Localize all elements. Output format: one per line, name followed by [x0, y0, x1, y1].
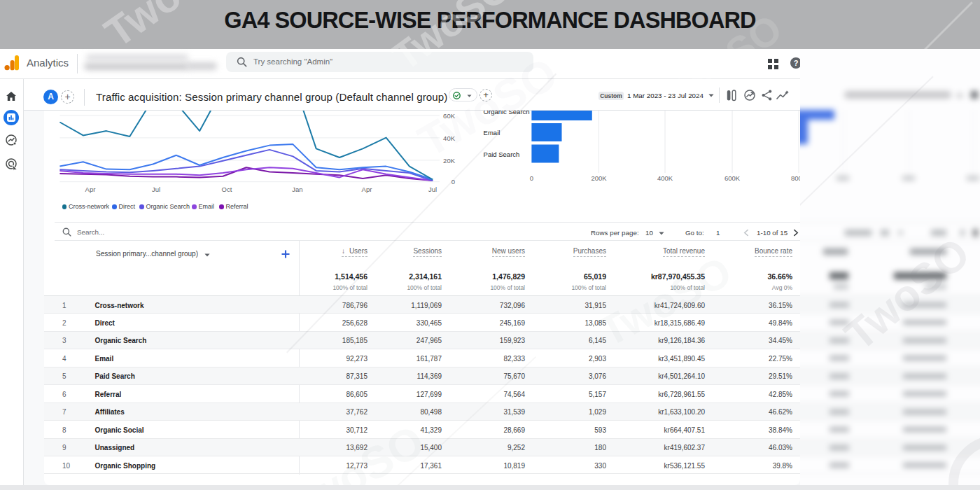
svg-text:0: 0: [530, 174, 533, 182]
svg-text:Oct: Oct: [222, 186, 232, 193]
svg-text:Apr: Apr: [85, 186, 96, 193]
svg-text:Jul: Jul: [152, 186, 160, 193]
svg-text:Apr: Apr: [362, 186, 372, 193]
svg-text:Paid Search: Paid Search: [484, 150, 520, 158]
svg-text:600K: 600K: [724, 174, 741, 182]
svg-text:Jan: Jan: [292, 186, 302, 193]
svg-text:Jul: Jul: [428, 186, 437, 193]
svg-text:400K: 400K: [657, 174, 673, 182]
svg-text:200K: 200K: [591, 174, 607, 182]
